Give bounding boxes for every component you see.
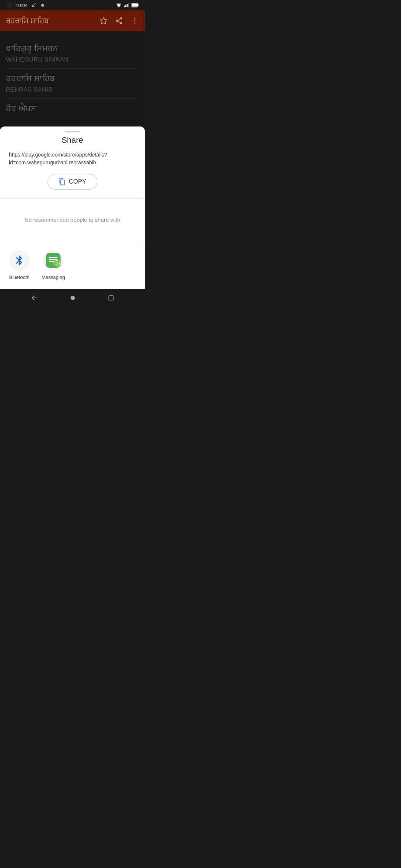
bluetooth-app-icon: [9, 250, 30, 271]
app-bar: ਰਹਰਾਸਿ ਸਾਹਿਬ: [0, 10, 145, 31]
svg-rect-4: [128, 3, 129, 7]
svg-rect-1: [124, 6, 125, 7]
star-icon[interactable]: [100, 17, 108, 25]
messaging-icon: [45, 252, 61, 269]
share-icon[interactable]: [115, 17, 123, 25]
svg-rect-12: [49, 257, 58, 258]
back-icon: [30, 294, 38, 302]
svg-rect-13: [49, 259, 58, 260]
recents-icon: [108, 295, 114, 301]
svg-point-10: [134, 23, 136, 24]
svg-point-18: [71, 296, 75, 300]
svg-rect-14: [49, 261, 55, 262]
wifi-icon: [116, 3, 122, 7]
back-button[interactable]: [30, 294, 38, 302]
svg-point-0: [41, 4, 44, 7]
share-app-bluetooth[interactable]: Bluetooth: [9, 250, 30, 280]
home-button[interactable]: [69, 294, 76, 302]
messaging-app-icon: [43, 250, 63, 271]
share-app-messaging[interactable]: Messaging: [42, 250, 65, 280]
svg-rect-2: [125, 5, 127, 7]
home-icon: [69, 294, 76, 302]
copy-button[interactable]: COPY: [48, 174, 97, 190]
svg-point-15: [54, 260, 60, 266]
copy-button-row: COPY: [0, 174, 145, 190]
svg-point-16: [56, 263, 56, 263]
copy-label: COPY: [69, 178, 86, 185]
content-item-waheguru[interactable]: ਵਾਹਿਗੁਰੂ ਸਿਮਰਨ WAHEGURU SIMRAN: [6, 39, 139, 69]
status-bar-left: 10:04: [6, 2, 46, 9]
more-options-icon[interactable]: [131, 17, 139, 25]
nav-bar: [0, 289, 145, 307]
bottom-sheet: Share https://play.google.com/store/apps…: [0, 126, 145, 289]
status-time: 10:04: [16, 3, 28, 8]
status-icons: [116, 3, 139, 7]
content-item-rehras[interactable]: ਰਹਰਾਸਿ ਸਾਹਿਬ REHRAS SAHIB: [6, 69, 139, 99]
svg-point-9: [134, 20, 136, 22]
bluetooth-icon: [13, 254, 25, 266]
svg-rect-7: [132, 4, 137, 7]
svg-rect-3: [127, 4, 128, 7]
messaging-app-label: Messaging: [42, 274, 65, 280]
content-area: ਵਾਹਿਗੁਰੂ ਸਿਮਰਨ WAHEGURU SIMRAN ਰਹਰਾਸਿ ਸਾ…: [0, 31, 145, 126]
recents-button[interactable]: [108, 295, 114, 301]
waheguru-english: WAHEGURU SIMRAN: [6, 56, 139, 63]
copy-icon: [58, 178, 66, 185]
svg-point-8: [134, 18, 136, 19]
svg-rect-19: [109, 296, 113, 300]
bluetooth-app-label: Bluetooth: [9, 274, 30, 280]
waheguru-punjabi: ਵਾਹਿਗੁਰੂ ਸਿਮਰਨ: [6, 44, 139, 53]
no-recommended-text: No recommended people to share with: [0, 199, 145, 241]
svg-rect-6: [138, 4, 139, 6]
sheet-handle-area: [0, 126, 145, 135]
sheet-handle: [65, 131, 80, 132]
battery-icon: [131, 3, 139, 7]
app-bar-icons: [100, 17, 139, 25]
share-apps-row: Bluetooth Messaging: [0, 241, 145, 289]
svg-point-17: [57, 263, 58, 263]
notification-icon: [40, 2, 46, 8]
rehras-punjabi: ਰਹਰਾਸਿ ਸਾਹਿਬ: [6, 74, 139, 83]
status-bar: 10:04: [0, 0, 145, 10]
camera-cutout: [6, 2, 13, 9]
share-url: https://play.google.com/store/apps/detai…: [9, 151, 136, 167]
rehras-english: REHRAS SAHIB: [6, 86, 139, 93]
missed-call-icon: [31, 2, 37, 8]
signal-icon: [124, 3, 129, 7]
content-item-more-apps[interactable]: ਹੋਰ ਐਪਸ: [6, 99, 139, 119]
app-bar-title: ਰਹਰਾਸਿ ਸਾਹਿਬ: [6, 17, 49, 25]
share-title: Share: [0, 135, 145, 145]
